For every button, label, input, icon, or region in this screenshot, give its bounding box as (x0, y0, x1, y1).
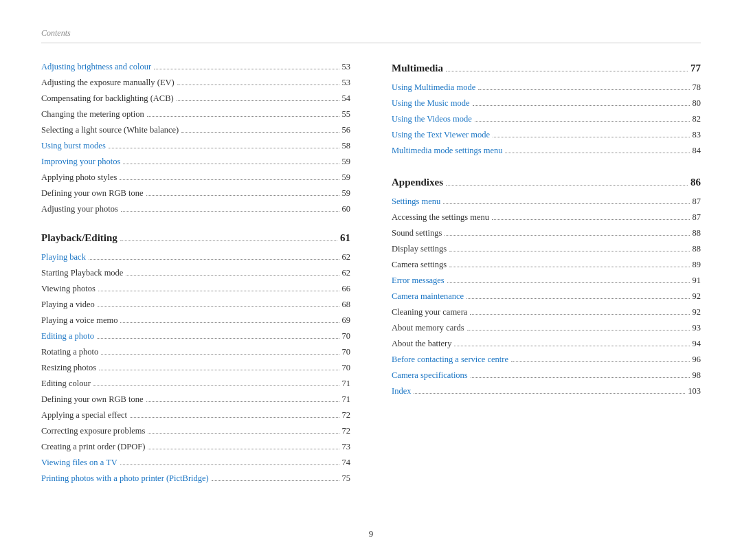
toc-page-num: 71 (342, 377, 351, 390)
toc-dots (449, 267, 689, 267)
toc-dots (146, 401, 339, 402)
toc-page-num: 70 (342, 345, 351, 359)
toc-entry: Using the Music mode80 (392, 96, 701, 110)
toc-label: Playing back (41, 250, 86, 264)
toc-entry: Selecting a light source (White balance)… (41, 123, 350, 137)
toc-page-num: 75 (342, 471, 351, 485)
toc-dots (93, 385, 339, 386)
toc-label: Viewing photos (41, 282, 95, 295)
toc-label: Resizing photos (41, 361, 96, 374)
toc-entry: Multimedia mode settings menu84 (392, 144, 701, 157)
toc-page-num: 54 (342, 91, 351, 105)
toc-label: Index (392, 384, 411, 398)
toc-dots (98, 306, 339, 307)
toc-dots (511, 361, 689, 362)
toc-entry: Cleaning your camera92 (392, 305, 701, 319)
toc-dots (177, 85, 339, 85)
toc-page-num: 53 (342, 76, 351, 89)
toc-label: Playing a video (41, 298, 95, 311)
toc-dots (148, 449, 339, 449)
toc-entry: Playing back62 (41, 250, 350, 264)
toc-dots (120, 179, 339, 180)
section-heading-dots (446, 71, 688, 71)
toc-dots (126, 275, 339, 276)
toc-page-num: 59 (342, 155, 351, 168)
toc-entry: Index103 (392, 384, 701, 398)
toc-dots (101, 354, 339, 355)
header-title: Contents (41, 28, 71, 38)
section-heading: Playback/Editing61 (41, 229, 350, 246)
toc-dots (99, 370, 339, 370)
toc-dots (445, 235, 689, 236)
toc-dots (130, 417, 339, 418)
toc-page-num: 87 (693, 194, 701, 208)
toc-label: Starting Playback mode (41, 266, 123, 280)
toc-dots (177, 100, 339, 101)
toc-page-num: 70 (342, 329, 351, 343)
toc-label: Using Multimedia mode (392, 80, 475, 94)
toc-entry: Before contacting a service centre96 (392, 352, 701, 366)
toc-entry: Resizing photos70 (41, 361, 350, 374)
toc-entry: Settings menu87 (392, 194, 701, 208)
toc-label: Adjusting your photos (41, 202, 118, 216)
toc-page-num: 89 (693, 258, 701, 271)
section-heading: Appendixes86 (392, 174, 701, 190)
toc-entry: Defining your own RGB tone71 (41, 392, 350, 406)
toc-label: Camera maintenance (392, 289, 464, 303)
toc-entry: Accessing the settings menu87 (392, 210, 701, 224)
toc-dots (146, 195, 339, 196)
toc-page-num: 62 (342, 250, 351, 264)
toc-dots (121, 211, 339, 212)
toc-label: About memory cards (392, 321, 464, 335)
toc-page-num: 78 (693, 80, 701, 94)
toc-label: Editing colour (41, 377, 91, 390)
toc-entry: Camera settings89 (392, 258, 701, 271)
toc-page-num: 72 (342, 408, 351, 422)
toc-dots (454, 346, 689, 346)
toc-dots (492, 219, 690, 220)
toc-dots (97, 338, 339, 339)
toc-label: Using the Videos mode (392, 112, 472, 126)
toc-dots (443, 203, 689, 204)
toc-label: Using burst modes (41, 139, 106, 153)
toc-page-num: 59 (342, 186, 351, 200)
toc-dots (98, 291, 339, 291)
toc-label: Error messages (392, 273, 445, 287)
toc-dots (123, 164, 339, 164)
toc-entry: Printing photos with a photo printer (Pi… (41, 471, 350, 485)
toc-entry: Defining your own RGB tone59 (41, 186, 350, 200)
toc-label: Defining your own RGB tone (41, 186, 144, 200)
toc-dots (154, 69, 339, 69)
toc-label: Adjusting brightness and colour (41, 60, 151, 74)
toc-page-num: 56 (342, 123, 351, 137)
toc-entry: Error messages91 (392, 273, 701, 287)
toc-label: Using the Music mode (392, 96, 470, 110)
page: Contents Adjusting brightness and colour… (0, 0, 742, 560)
toc-page-num: 62 (342, 266, 351, 280)
toc-label: Applying a special effect (41, 408, 127, 422)
page-header: Contents (41, 27, 701, 43)
toc-entry: Creating a print order (DPOF)73 (41, 440, 350, 453)
section-heading-page: 86 (690, 174, 701, 190)
toc-label: Improving your photos (41, 155, 120, 168)
toc-page-num: 68 (342, 298, 351, 311)
toc-label: Viewing files on a TV (41, 456, 117, 469)
toc-page-num: 58 (342, 139, 351, 153)
toc-page-num: 94 (693, 337, 701, 350)
toc-label: Rotating a photo (41, 345, 98, 359)
toc-page-num: 88 (693, 242, 701, 256)
toc-dots (414, 393, 685, 394)
toc-entry: Changing the metering option55 (41, 107, 350, 121)
toc-dots (473, 105, 690, 106)
toc-page-num: 59 (342, 170, 351, 184)
toc-entry: Playing a video68 (41, 298, 350, 311)
toc-page-num: 74 (342, 456, 351, 469)
toc-entry: Camera specifications98 (392, 368, 701, 382)
toc-label: Applying photo styles (41, 170, 117, 184)
toc-label: Settings menu (392, 194, 440, 208)
toc-label: Changing the metering option (41, 107, 144, 121)
toc-label: Printing photos with a photo printer (Pi… (41, 471, 209, 485)
toc-label: Editing a photo (41, 329, 94, 343)
section-heading-label: Playback/Editing (41, 229, 117, 246)
toc-page-num: 71 (342, 392, 351, 406)
